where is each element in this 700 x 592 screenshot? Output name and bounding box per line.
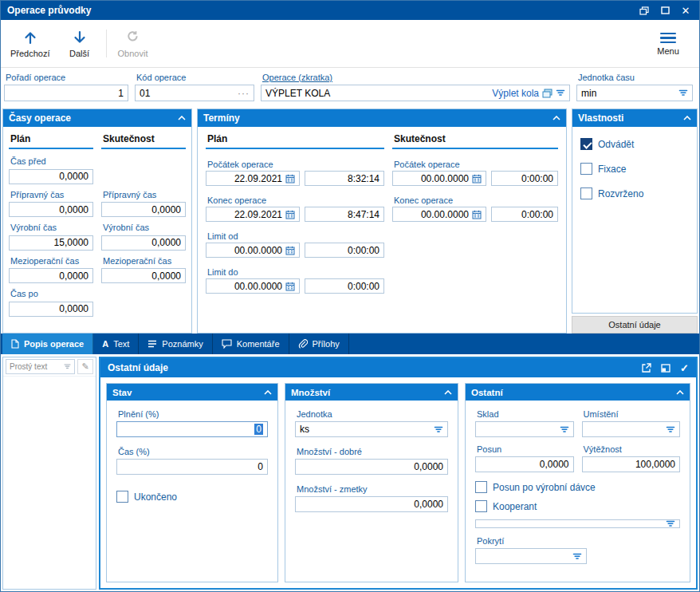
dropdown-icon[interactable] xyxy=(666,520,675,527)
collapse-chevron-up-icon[interactable] xyxy=(178,116,186,120)
field-limit-do: Limit do 00.00.0000 xyxy=(206,264,384,294)
group-stav-title: Stav xyxy=(112,388,264,397)
titlebar[interactable]: Operace průvodky ✕ xyxy=(1,1,699,20)
menu-button[interactable]: Menu xyxy=(645,23,691,64)
checkbox-rozvrzeno-box xyxy=(580,187,592,199)
checkbox-rozvrzeno[interactable]: Rozvrženo xyxy=(580,187,689,199)
text-format-value: Prostý text xyxy=(10,362,61,371)
mnozstvi-zmetky-input[interactable] xyxy=(295,496,448,512)
text-format-combo[interactable]: Prostý text xyxy=(6,359,75,374)
checkbox-odvadet-label: Odvádět xyxy=(598,139,634,150)
field-pripravny-skutecnost: Přípravný čas xyxy=(101,190,186,218)
previous-button[interactable]: Předchozí xyxy=(4,23,57,64)
pripravny-skutecnost-input[interactable] xyxy=(101,202,186,217)
jednotka-mnozstvi-combo[interactable]: ks xyxy=(295,421,448,437)
cas-procenta-input[interactable] xyxy=(116,459,268,475)
dropdown-icon[interactable] xyxy=(560,426,569,433)
checkbox-fixace[interactable]: Fixace xyxy=(580,163,689,175)
calendar-icon[interactable] xyxy=(285,282,295,291)
description-text-area[interactable] xyxy=(3,377,96,589)
plneni-input[interactable]: 0 xyxy=(116,421,268,437)
vyrobni-plan-input[interactable] xyxy=(9,235,93,251)
mezioperacni-skutecnost-input[interactable] xyxy=(101,268,186,283)
limit-do-time-input[interactable] xyxy=(305,278,384,294)
close-button[interactable]: ✕ xyxy=(675,2,696,18)
dropdown-icon[interactable] xyxy=(556,89,565,97)
arrow-down-icon xyxy=(72,30,88,45)
mnozstvi-dobre-input[interactable] xyxy=(295,459,448,475)
sklad-combo[interactable] xyxy=(475,421,574,437)
pocatek-skutecnost-date-input[interactable]: 00.00.0000 xyxy=(392,171,486,186)
tab-prilohy[interactable]: Přílohy xyxy=(289,333,349,354)
konec-skutecnost-date-input[interactable]: 00.00.0000 xyxy=(392,207,486,222)
calendar-icon[interactable] xyxy=(285,210,295,219)
open-external-icon[interactable] xyxy=(642,363,651,373)
calendar-icon[interactable] xyxy=(285,174,295,184)
tab-popis-operace[interactable]: Popis operace xyxy=(2,333,93,354)
konec-skutecnost-time-input[interactable] xyxy=(491,207,558,222)
limit-od-date-input[interactable]: 00.00.0000 xyxy=(206,243,300,258)
edit-pencil-button[interactable]: ✎ xyxy=(77,359,93,374)
pocatek-plan-time-input[interactable] xyxy=(305,171,384,186)
operace-record-link[interactable]: Výplet kola xyxy=(492,88,539,99)
pocatek-skutecnost-time-input[interactable] xyxy=(491,171,558,186)
tab-komentare[interactable]: Komentáře xyxy=(213,333,289,354)
refresh-button[interactable]: Obnovit xyxy=(110,23,156,64)
dropdown-icon[interactable] xyxy=(434,426,443,433)
dropdown-icon[interactable] xyxy=(572,553,582,560)
limit-od-time-input[interactable] xyxy=(305,243,384,258)
lookup-ellipsis-button[interactable]: ··· xyxy=(238,88,250,99)
related-records-icon[interactable] xyxy=(542,89,553,98)
next-button[interactable]: Další xyxy=(57,23,103,64)
mezioperacni-plan-input[interactable] xyxy=(9,268,93,283)
hamburger-menu-icon xyxy=(660,31,676,44)
dropdown-icon[interactable] xyxy=(666,426,675,433)
checkbox-odvadet[interactable]: Odvádět xyxy=(580,138,689,150)
casy-plan-header: Plán xyxy=(9,132,93,149)
dropdown-icon[interactable] xyxy=(678,89,688,97)
calendar-icon[interactable] xyxy=(472,210,482,219)
umisteni-combo[interactable] xyxy=(582,421,681,437)
pokryti-combo[interactable] xyxy=(475,548,587,564)
kod-input[interactable]: 01 ··· xyxy=(135,85,254,101)
checkbox-kooperant[interactable]: Kooperant xyxy=(475,500,680,512)
jednotka-combo[interactable]: min xyxy=(576,85,693,101)
collapse-chevron-up-icon[interactable] xyxy=(683,116,691,120)
confirm-check-icon[interactable]: ✓ xyxy=(680,362,689,374)
checkbox-posun-davka[interactable]: Posun po výrobní dávce xyxy=(475,481,680,493)
operation-header-form: Pořadí operace Kód operace 01 ··· Operac… xyxy=(1,68,699,109)
kooperant-combo[interactable] xyxy=(475,519,680,528)
cas-po-input[interactable] xyxy=(9,302,93,317)
collapse-chevron-up-icon[interactable] xyxy=(444,390,452,395)
konec-plan-date-input[interactable]: 22.09.2021 xyxy=(206,207,300,222)
operace-input[interactable]: VÝPLET KOLA Výplet kola xyxy=(261,85,570,101)
dock-window-button[interactable] xyxy=(634,2,655,18)
vyrobni-skutecnost-input[interactable] xyxy=(101,235,186,251)
pripravny-plan-input[interactable] xyxy=(9,202,93,217)
posun-input[interactable] xyxy=(475,456,574,472)
calendar-icon[interactable] xyxy=(472,174,482,184)
cas-pred-input[interactable] xyxy=(9,169,93,184)
panel-terminy: Termíny Plán Počátek operace 22.09.2021 xyxy=(197,109,567,333)
konec-plan-time-input[interactable] xyxy=(305,207,384,222)
dock-panel-icon[interactable] xyxy=(661,364,671,373)
tab-text-label: Text xyxy=(113,339,129,349)
panel-casy-header: Časy operace xyxy=(3,109,191,127)
jednotka-mnozstvi-label: Jednotka xyxy=(295,409,448,419)
ostatni-udaje-button[interactable]: Ostatní údaje xyxy=(572,316,698,333)
vyteznost-input[interactable] xyxy=(582,456,681,472)
tab-prilohy-label: Přílohy xyxy=(313,339,340,349)
tab-text[interactable]: A Text xyxy=(93,333,139,354)
collapse-chevron-up-icon[interactable] xyxy=(264,390,272,395)
operace-label-link[interactable]: Operace (zkratka) xyxy=(261,73,570,82)
maximize-button[interactable] xyxy=(655,2,675,18)
field-cas-procenta: Čas (%) xyxy=(116,447,268,475)
calendar-icon[interactable] xyxy=(285,246,295,255)
tab-poznamky[interactable]: Poznámky xyxy=(139,333,212,354)
checkbox-ukonceno[interactable]: Ukončeno xyxy=(116,491,268,503)
collapse-chevron-up-icon[interactable] xyxy=(553,116,560,120)
limit-do-date-input[interactable]: 00.00.0000 xyxy=(206,278,300,294)
collapse-chevron-up-icon[interactable] xyxy=(676,390,684,395)
poradi-input[interactable] xyxy=(4,85,128,101)
pocatek-plan-date-input[interactable]: 22.09.2021 xyxy=(206,171,300,186)
